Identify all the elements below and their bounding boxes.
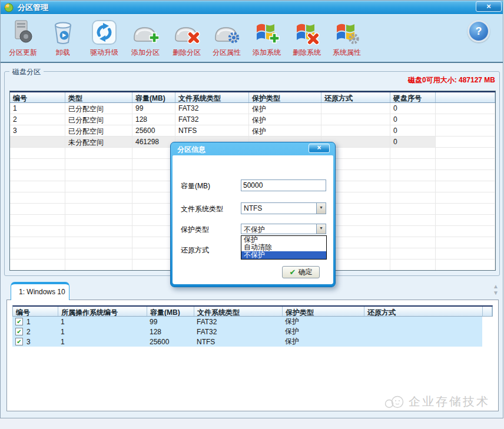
column-header[interactable]: 保护类型 [283, 307, 364, 316]
partition-table-header: 编号 类型 容量(MB) 文件系统类型 保护类型 还原方式 硬盘序号 [10, 91, 495, 103]
table-row[interactable]: 2 已分配空间 128 FAT32 保护 0 [10, 114, 495, 125]
window-title: 分区管理 [18, 2, 48, 13]
column-header[interactable]: 还原方式 [364, 307, 483, 316]
ok-button[interactable]: ✔ 确定 [282, 266, 320, 278]
column-header[interactable]: 容量(MB) [147, 307, 194, 316]
protect-type-label: 保护类型 [181, 225, 209, 235]
row-checkbox[interactable]: ✔ [15, 338, 23, 345]
dialog-close-button[interactable]: × [309, 144, 330, 153]
toolbar: 分区更新 卸载 [1, 14, 503, 63]
drive-delete-icon [167, 17, 207, 48]
partition-update-icon [3, 17, 43, 48]
filesystem-label: 文件系统类型 [181, 204, 223, 214]
driver-upgrade-button[interactable]: 驱动升级 [84, 17, 124, 58]
system-table: 编号 所属操作系统编号 容量(MB) 文件系统类型 保护类型 还原方式 ✔1 1… [12, 305, 493, 347]
disk-available-size: 磁盘0可用大小: 487127 MB [408, 75, 495, 85]
app-window: 分区管理 × 分区更新 [0, 0, 503, 418]
tab-windows-10[interactable]: 1: Windows 10 [11, 282, 69, 300]
system-table-row[interactable]: ✔1 1 99 FAT32 保护 [12, 317, 493, 327]
column-header[interactable]: 保护类型 [249, 92, 321, 102]
column-header[interactable]: 容量(MB) [132, 92, 175, 102]
app-icon [4, 3, 14, 12]
system-table-header: 编号 所属操作系统编号 容量(MB) 文件系统类型 保护类型 还原方式 [12, 305, 493, 317]
windows-delete-icon [287, 17, 327, 48]
windows-gear-icon [327, 17, 367, 48]
column-header [483, 307, 492, 316]
groupbox-legend: 磁盘分区 [9, 67, 44, 77]
filesystem-combobox[interactable]: NTFS ▼ [241, 202, 326, 214]
column-header[interactable]: 文件系统类型 [175, 92, 249, 102]
capacity-label: 容量(MB) [181, 181, 210, 191]
watermark-logo-icon [384, 393, 405, 410]
trash-icon [43, 17, 83, 48]
column-header [436, 92, 495, 102]
row-checkbox[interactable]: ✔ [15, 318, 23, 325]
partition-update-button[interactable]: 分区更新 [3, 17, 43, 58]
partition-info-dialog: 分区信息 × 容量(MB) 文件系统类型 NTFS ▼ 保护类型 不保护 ▼ 保… [170, 142, 336, 287]
system-properties-button[interactable]: 系统属性 [327, 17, 367, 58]
system-table-row[interactable]: ✔2 1 128 FAT32 保护 [12, 327, 493, 337]
system-partitions-panel: 编号 所属操作系统编号 容量(MB) 文件系统类型 保护类型 还原方式 ✔1 1… [6, 300, 499, 411]
tab-scroll-buttons: ▲ ▼ [490, 283, 501, 296]
window-close-button[interactable]: × [476, 1, 502, 12]
drive-add-icon [125, 17, 165, 48]
delete-system-button[interactable]: 删除系统 [287, 17, 327, 58]
dropdown-option-selected[interactable]: 不保护 [241, 251, 326, 259]
protect-type-dropdown-list: 保护 自动清除 不保护 [241, 235, 327, 260]
windows-add-icon [247, 17, 287, 48]
capacity-input[interactable] [241, 179, 326, 191]
partition-properties-button[interactable]: 分区属性 [207, 17, 247, 58]
tab-scroll-up-icon[interactable]: ▲ [490, 283, 501, 290]
table-row[interactable]: 3 已分配空间 25600 NTFS 保护 0 [10, 125, 495, 137]
titlebar: 分区管理 × [1, 1, 503, 14]
drive-gear-icon [207, 17, 247, 48]
delete-partition-button[interactable]: 删除分区 [167, 17, 207, 58]
watermark-text: 企业存储技术 [409, 394, 490, 410]
refresh-icon [84, 17, 124, 48]
protect-type-combobox[interactable]: 不保护 ▼ [241, 224, 326, 234]
column-header[interactable]: 所属操作系统编号 [58, 307, 147, 316]
chevron-down-icon[interactable]: ▼ [316, 203, 326, 214]
add-system-button[interactable]: 添加系统 [247, 17, 287, 58]
column-header[interactable]: 类型 [65, 92, 132, 102]
column-header[interactable]: 还原方式 [321, 92, 390, 102]
help-button[interactable]: ? [467, 20, 490, 42]
column-header[interactable]: 文件系统类型 [194, 307, 283, 316]
restore-mode-label: 还原方式 [181, 245, 209, 255]
column-header[interactable]: 编号 [13, 307, 58, 316]
column-header[interactable]: 硬盘序号 [390, 92, 436, 102]
column-header[interactable]: 编号 [10, 92, 65, 102]
dialog-body: 容量(MB) 文件系统类型 NTFS ▼ 保护类型 不保护 ▼ 保护 自动清除 … [173, 155, 333, 284]
watermark: 企业存储技术 [384, 393, 490, 410]
check-icon: ✔ [290, 268, 296, 277]
system-table-row[interactable]: ✔3 1 25600 NTFS 保护 [12, 337, 493, 347]
chevron-down-icon[interactable]: ▼ [316, 224, 326, 234]
tab-scroll-down-icon[interactable]: ▼ [490, 290, 501, 296]
uninstall-button[interactable]: 卸载 [43, 17, 83, 58]
row-checkbox[interactable]: ✔ [15, 328, 23, 335]
table-row[interactable]: 1 已分配空间 99 FAT32 保护 0 [10, 103, 495, 114]
add-partition-button[interactable]: 添加分区 [125, 17, 165, 58]
